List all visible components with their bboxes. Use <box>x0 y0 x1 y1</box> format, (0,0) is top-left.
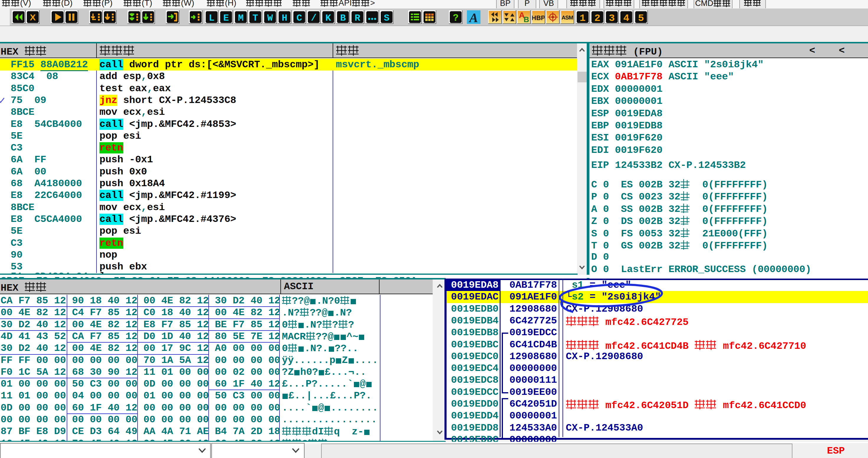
svg-text:E: E <box>223 13 229 23</box>
svg-text:2: 2 <box>594 13 600 23</box>
svg-text:4: 4 <box>623 13 629 23</box>
svg-text:H: H <box>282 13 287 23</box>
svg-text:M: M <box>238 13 244 23</box>
svg-text:C: C <box>296 13 302 23</box>
svg-text:?: ? <box>453 12 459 23</box>
svg-text:L: L <box>209 13 214 23</box>
svg-text:5: 5 <box>638 13 644 23</box>
svg-text:T: T <box>252 13 258 23</box>
svg-text:S: S <box>384 13 389 23</box>
svg-text:K: K <box>325 13 331 23</box>
svg-text:1: 1 <box>580 13 586 23</box>
svg-text:B: B <box>340 13 346 23</box>
svg-text:W: W <box>267 13 273 23</box>
svg-text:3: 3 <box>609 13 615 23</box>
svg-text:X: X <box>30 12 36 22</box>
svg-text:A: A <box>468 11 478 24</box>
svg-text:/: / <box>311 13 316 23</box>
svg-text:ASM: ASM <box>561 14 573 21</box>
svg-text:R: R <box>354 13 360 23</box>
svg-text:B: B <box>524 15 529 23</box>
svg-text:HBP: HBP <box>532 14 545 22</box>
